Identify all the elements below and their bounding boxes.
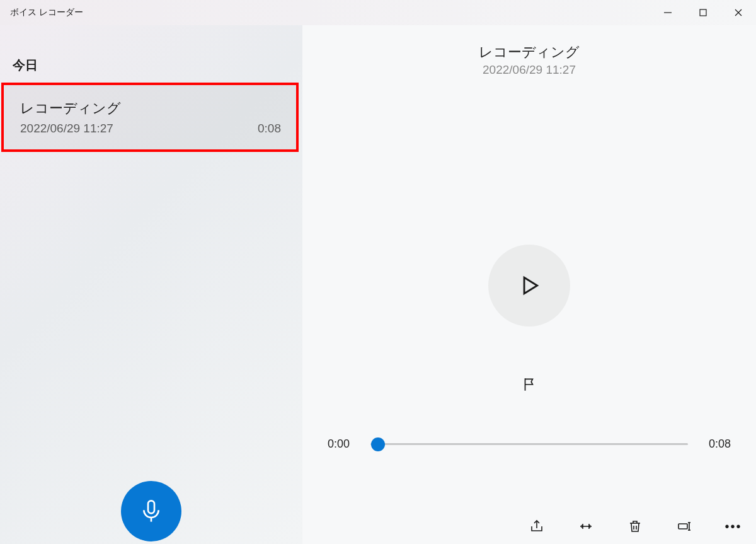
rename-button[interactable]: [672, 514, 697, 539]
section-header-today: 今日: [0, 57, 302, 83]
detail-title: レコーディング: [479, 43, 580, 62]
trash-icon: [627, 519, 643, 534]
trim-icon: [578, 519, 593, 534]
window-controls: [650, 0, 756, 25]
trim-button[interactable]: [573, 514, 598, 539]
playback-current-time: 0:00: [328, 437, 358, 451]
svg-marker-6: [524, 277, 537, 293]
close-button[interactable]: [721, 0, 756, 25]
detail-toolbar: •••: [524, 514, 746, 539]
svg-rect-13: [679, 524, 687, 529]
app-title: ボイス レコーダー: [10, 7, 83, 18]
record-button-area: [0, 481, 302, 544]
svg-rect-4: [148, 501, 154, 513]
playback-total-time: 0:08: [701, 437, 731, 451]
recording-list-item[interactable]: レコーディング 2022/06/29 11:27 0:08: [4, 85, 296, 149]
more-button[interactable]: •••: [721, 514, 746, 539]
maximize-button[interactable]: [685, 0, 721, 25]
seek-thumb[interactable]: [371, 437, 385, 451]
detail-header: レコーディング 2022/06/29 11:27: [479, 43, 580, 77]
recording-item-duration: 0:08: [258, 122, 281, 136]
more-icon: •••: [724, 519, 742, 534]
microphone-icon: [139, 499, 164, 524]
highlight-annotation: レコーディング 2022/06/29 11:27 0:08: [1, 83, 299, 152]
detail-date: 2022/06/29 11:27: [479, 63, 580, 77]
recordings-sidebar: 今日 レコーディング 2022/06/29 11:27 0:08: [0, 25, 302, 544]
main-area: 今日 レコーディング 2022/06/29 11:27 0:08: [0, 25, 756, 544]
maximize-icon: [699, 8, 707, 17]
add-marker-button[interactable]: [517, 372, 542, 397]
svg-rect-1: [700, 9, 706, 16]
flag-icon: [521, 376, 537, 393]
seek-track: [370, 443, 688, 445]
recording-item-subrow: 2022/06/29 11:27 0:08: [20, 122, 281, 136]
seek-slider[interactable]: [370, 438, 688, 451]
rename-icon: [677, 519, 692, 534]
titlebar: ボイス レコーダー: [0, 0, 756, 25]
share-icon: [529, 519, 544, 534]
recording-item-title: レコーディング: [20, 99, 281, 118]
record-button[interactable]: [121, 481, 181, 541]
playback-timeline: 0:00 0:08: [328, 437, 731, 451]
detail-pane: レコーディング 2022/06/29 11:27 0:00 0:08: [302, 25, 756, 544]
share-button[interactable]: [524, 514, 549, 539]
sidebar-content: 今日 レコーディング 2022/06/29 11:27 0:08: [0, 25, 302, 481]
recording-item-date: 2022/06/29 11:27: [20, 122, 113, 136]
delete-button[interactable]: [622, 514, 648, 539]
close-icon: [734, 8, 743, 17]
play-icon: [517, 274, 541, 298]
minimize-icon: [663, 8, 672, 17]
play-button[interactable]: [488, 245, 570, 327]
minimize-button[interactable]: [650, 0, 685, 25]
